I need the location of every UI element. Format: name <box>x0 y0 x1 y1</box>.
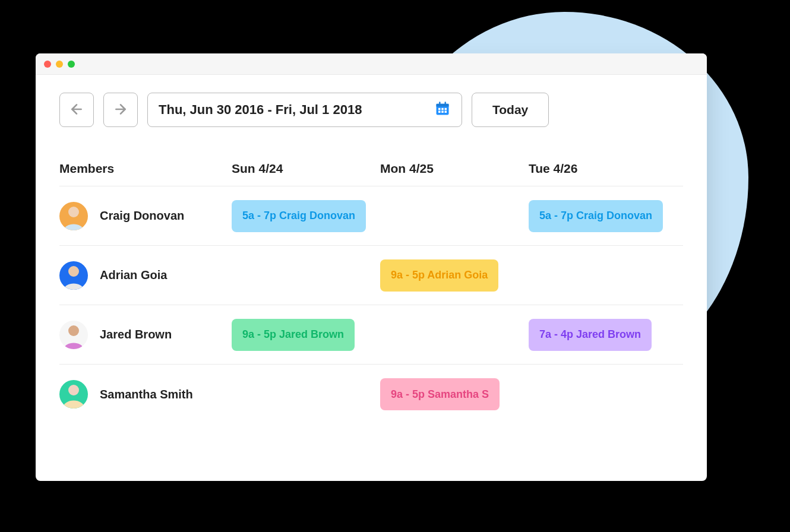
avatar <box>59 261 88 290</box>
window-zoom-button[interactable] <box>68 61 75 68</box>
schedule-grid: Members Sun 4/24 Mon 4/25 Tue 4/26 Craig… <box>36 139 707 430</box>
window-titlebar <box>36 53 707 75</box>
window-minimize-button[interactable] <box>56 61 63 68</box>
shift-block[interactable]: 5a - 7p Craig Donovan <box>529 200 663 232</box>
day-column-header: Mon 4/25 <box>380 162 529 176</box>
next-button[interactable] <box>103 93 138 127</box>
svg-rect-7 <box>441 108 444 110</box>
shift-block[interactable]: 9a - 5p Adrian Goia <box>380 259 498 292</box>
schedule-row: Adrian Goia 9a - 5p Adrian Goia <box>59 246 683 305</box>
member-name: Jared Brown <box>100 328 172 341</box>
svg-rect-11 <box>445 111 447 113</box>
toolbar: Thu, Jun 30 2016 - Fri, Jul 1 2018 Today <box>36 75 707 139</box>
avatar <box>59 202 88 230</box>
svg-rect-4 <box>439 102 440 105</box>
prev-button[interactable] <box>59 93 94 127</box>
schedule-row: Jared Brown 9a - 5p Jared Brown 7a - 4p … <box>59 305 683 365</box>
arrow-left-icon <box>69 102 84 119</box>
member-cell: Craig Donovan <box>59 202 232 230</box>
member-name: Craig Donovan <box>100 209 184 223</box>
svg-rect-10 <box>441 111 444 113</box>
shift-block[interactable]: 5a - 7p Craig Donovan <box>232 200 366 232</box>
date-range-text: Thu, Jun 30 2016 - Fri, Jul 1 2018 <box>159 102 362 118</box>
member-cell: Adrian Goia <box>59 261 232 290</box>
avatar <box>59 380 88 408</box>
svg-rect-6 <box>438 108 441 110</box>
svg-rect-5 <box>445 102 446 105</box>
svg-point-13 <box>68 266 79 277</box>
svg-point-12 <box>68 207 79 217</box>
shift-block[interactable]: 9a - 5p Samantha S <box>380 378 500 410</box>
shift-block[interactable]: 7a - 4p Jared Brown <box>529 319 652 351</box>
schedule-row: Samantha Smith 9a - 5p Samantha S <box>59 365 683 424</box>
arrow-right-icon <box>113 102 128 119</box>
svg-rect-8 <box>445 108 447 110</box>
svg-rect-3 <box>437 104 449 107</box>
member-name: Samantha Smith <box>100 388 193 401</box>
app-window: Thu, Jun 30 2016 - Fri, Jul 1 2018 Today… <box>36 53 707 481</box>
date-range-picker[interactable]: Thu, Jun 30 2016 - Fri, Jul 1 2018 <box>147 93 462 127</box>
members-column-header: Members <box>59 162 232 176</box>
calendar-icon <box>434 100 451 119</box>
schedule-row: Craig Donovan 5a - 7p Craig Donovan 5a -… <box>59 186 683 246</box>
avatar <box>59 321 88 349</box>
member-cell: Jared Brown <box>59 321 232 349</box>
member-name: Adrian Goia <box>100 268 167 282</box>
day-column-header: Sun 4/24 <box>232 162 380 176</box>
member-cell: Samantha Smith <box>59 380 232 408</box>
today-button[interactable]: Today <box>472 93 549 127</box>
shift-block[interactable]: 9a - 5p Jared Brown <box>232 319 355 351</box>
svg-point-14 <box>68 325 79 336</box>
svg-rect-9 <box>438 111 441 113</box>
day-column-header: Tue 4/26 <box>529 162 677 176</box>
schedule-header-row: Members Sun 4/24 Mon 4/25 Tue 4/26 <box>59 151 683 186</box>
svg-point-15 <box>68 385 79 395</box>
window-close-button[interactable] <box>44 61 51 68</box>
